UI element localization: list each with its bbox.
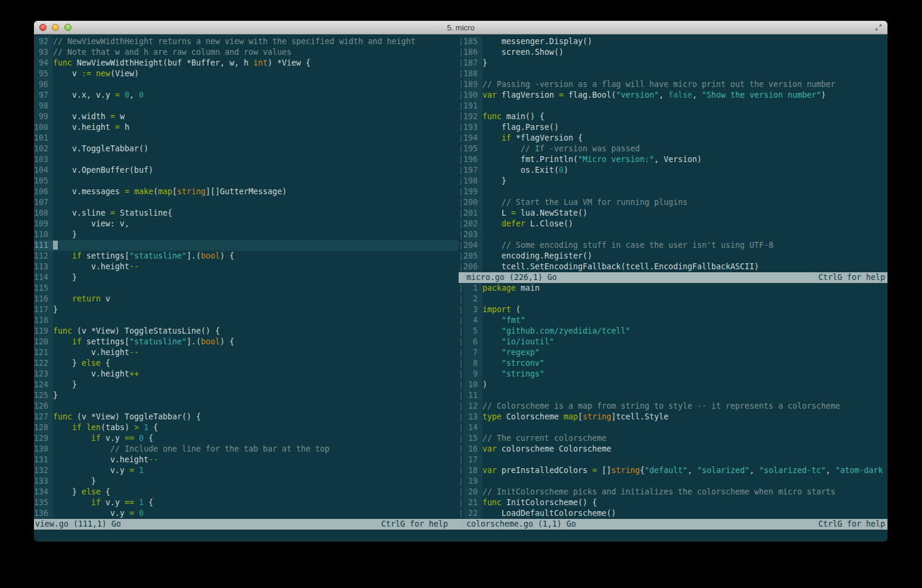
code-line[interactable]: |199: [459, 186, 887, 197]
code-line[interactable]: | 2: [459, 294, 887, 304]
code-line[interactable]: | 3 import (: [459, 304, 887, 315]
minimize-button[interactable]: [52, 24, 59, 31]
code-line[interactable]: 93 // Note that w and h are raw column a…: [34, 47, 459, 58]
code-line[interactable]: | 21 func InitColorscheme() {: [459, 497, 887, 508]
code-line[interactable]: | 14: [459, 422, 887, 433]
code-line[interactable]: 100 v.height = h: [34, 122, 459, 133]
code-line[interactable]: |197 os.Exit(0): [459, 165, 887, 176]
code-line[interactable]: 123 v.height++: [34, 369, 459, 379]
code-line[interactable]: 111: [34, 240, 459, 251]
code-line[interactable]: 115: [34, 283, 459, 294]
code-line[interactable]: 127 func (v *View) ToggleTabbar() {: [34, 412, 459, 422]
code-line[interactable]: 108 v.sline = Statusline{: [34, 208, 459, 219]
code-line[interactable]: 109 view: v,: [34, 219, 459, 229]
code-line[interactable]: 118: [34, 315, 459, 326]
code-line[interactable]: |185 messenger.Display(): [459, 36, 887, 47]
code-line[interactable]: 114 }: [34, 272, 459, 283]
code-line[interactable]: 125 }: [34, 390, 459, 401]
code-line[interactable]: 104 v.OpenBuffer(buf): [34, 165, 459, 176]
code-line[interactable]: 136 v.y = 0: [34, 508, 459, 519]
code-line[interactable]: 116 return v: [34, 294, 459, 304]
code-line[interactable]: 121 v.height--: [34, 347, 459, 358]
code-line[interactable]: 119 func (v *View) ToggleStatusLine() {: [34, 326, 459, 337]
code-line[interactable]: 92 // NewViewWidthHeight returns a new v…: [34, 36, 459, 47]
code-line[interactable]: | 13 type Colorscheme map[string]tcell.S…: [459, 412, 887, 422]
code-line[interactable]: 133 }: [34, 476, 459, 487]
code-line[interactable]: 96: [34, 79, 459, 90]
code-line[interactable]: 132 v.y = 1: [34, 465, 459, 476]
zoom-button[interactable]: [64, 24, 71, 31]
pane-view-go[interactable]: 92 // NewViewWidthHeight returns a new v…: [34, 36, 459, 542]
code-line[interactable]: | 18 var preInstalledColors = []string{"…: [459, 465, 887, 476]
code-line[interactable]: |187 }: [459, 58, 887, 69]
code-line[interactable]: | 5 "github.com/zyedidia/tcell": [459, 326, 887, 337]
code-line[interactable]: 126: [34, 401, 459, 412]
code-line[interactable]: 117 }: [34, 304, 459, 315]
close-button[interactable]: [39, 24, 46, 31]
code-line[interactable]: 128 if len(tabs) > 1 {: [34, 422, 459, 433]
code-line[interactable]: 130 // Include one line for the tab bar …: [34, 444, 459, 455]
code-line[interactable]: |188: [459, 69, 887, 79]
code-line[interactable]: |192 func main() {: [459, 111, 887, 122]
code-text: [53, 283, 459, 294]
line-number: 4: [463, 315, 482, 326]
code-line[interactable]: |196 fmt.Println("Micro version:", Versi…: [459, 154, 887, 165]
code-line[interactable]: 122 } else {: [34, 358, 459, 369]
code-line[interactable]: 112 if settings["statusline"].(bool) {: [34, 251, 459, 262]
code-line[interactable]: |186 screen.Show(): [459, 47, 887, 58]
code-line[interactable]: | 12 // Colorscheme is a map from string…: [459, 401, 887, 412]
pane-right-column[interactable]: |185 messenger.Display()|186 screen.Show…: [459, 36, 887, 542]
code-line[interactable]: |190 var flagVersion = flag.Bool("versio…: [459, 90, 887, 101]
code-line[interactable]: 131 v.height--: [34, 455, 459, 465]
fullscreen-icon[interactable]: [874, 23, 883, 32]
code-line[interactable]: | 4 "fmt": [459, 315, 887, 326]
code-line[interactable]: |189 // Passing -version as a flag will …: [459, 79, 887, 90]
code-line[interactable]: |194 if *flagVersion {: [459, 133, 887, 144]
code-line[interactable]: 113 v.height--: [34, 262, 459, 272]
code-line[interactable]: |191: [459, 101, 887, 111]
code-line[interactable]: 135 if v.y == 1 {: [34, 497, 459, 508]
code-line[interactable]: |206 tcell.SetEncodingFallback(tcell.Enc…: [459, 262, 887, 272]
code-line[interactable]: 134 } else {: [34, 487, 459, 497]
code-line[interactable]: 107: [34, 197, 459, 208]
code-line[interactable]: | 15 // The current colorscheme: [459, 433, 887, 444]
code-line[interactable]: 102 v.ToggleTabbar(): [34, 144, 459, 154]
code-line[interactable]: 94 func NewViewWidthHeight(buf *Buffer, …: [34, 58, 459, 69]
code-line[interactable]: | 8 "strconv": [459, 358, 887, 369]
line-number: 106: [34, 186, 53, 197]
code-line[interactable]: | 6 "io/ioutil": [459, 337, 887, 347]
code-line[interactable]: | 19: [459, 476, 887, 487]
code-line[interactable]: | 20 // InitColorscheme picks and initia…: [459, 487, 887, 497]
code-line[interactable]: | 16 var colorscheme Colorscheme: [459, 444, 887, 455]
code-line[interactable]: 101: [34, 133, 459, 144]
code-line[interactable]: |202 defer L.Close(): [459, 219, 887, 229]
window-titlebar[interactable]: 5. micro: [34, 21, 887, 35]
code-line[interactable]: | 7 "regexp": [459, 347, 887, 358]
code-line[interactable]: 124 }: [34, 379, 459, 390]
code-line[interactable]: |201 L = lua.NewState(): [459, 208, 887, 219]
code-line[interactable]: 99 v.width = w: [34, 111, 459, 122]
code-line[interactable]: |193 flag.Parse(): [459, 122, 887, 133]
code-text: [53, 197, 459, 208]
code-line[interactable]: |200 // Start the Lua VM for running plu…: [459, 197, 887, 208]
code-line[interactable]: |203: [459, 229, 887, 240]
code-line[interactable]: 129 if v.y == 0 {: [34, 433, 459, 444]
code-line[interactable]: 103: [34, 154, 459, 165]
code-line[interactable]: | 10 ): [459, 379, 887, 390]
code-line[interactable]: 105: [34, 176, 459, 186]
code-line[interactable]: |195 // If -version was passed: [459, 144, 887, 154]
code-line[interactable]: | 11: [459, 390, 887, 401]
code-line[interactable]: 95 v := new(View): [34, 69, 459, 79]
code-line[interactable]: 97 v.x, v.y = 0, 0: [34, 90, 459, 101]
code-line[interactable]: | 9 "strings": [459, 369, 887, 379]
code-line[interactable]: |204 // Some encoding stuff in case the …: [459, 240, 887, 251]
code-line[interactable]: | 17: [459, 455, 887, 465]
code-line[interactable]: |198 }: [459, 176, 887, 186]
code-line[interactable]: |205 encoding.Register(): [459, 251, 887, 262]
code-line[interactable]: 98: [34, 101, 459, 111]
code-line[interactable]: 120 if settings["statusline"].(bool) {: [34, 337, 459, 347]
code-line[interactable]: | 22 LoadDefaultColorscheme(): [459, 508, 887, 519]
code-line[interactable]: | 1 package main: [459, 283, 887, 294]
code-line[interactable]: 110 }: [34, 229, 459, 240]
code-line[interactable]: 106 v.messages = make(map[string][]Gutte…: [34, 186, 459, 197]
